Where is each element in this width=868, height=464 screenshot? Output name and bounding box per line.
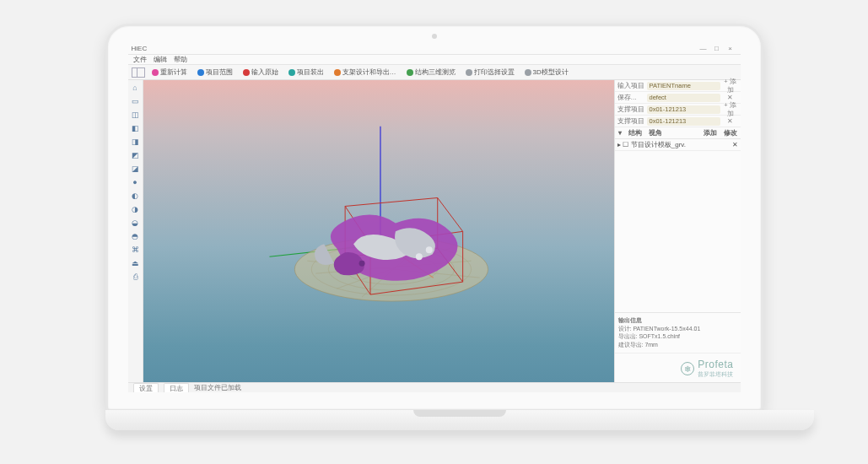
circle-icon	[407, 69, 413, 76]
add-button[interactable]: 添加	[704, 128, 717, 138]
tool-print-icon[interactable]: ⎙	[129, 271, 141, 283]
panel-row-input: 输入项目 PATIENTname + 添加	[615, 80, 741, 92]
circle-icon	[197, 69, 204, 76]
circle-icon	[288, 69, 295, 76]
titlebar: HiEC — □ ×	[128, 43, 741, 55]
tool-rect-icon[interactable]: ▭	[129, 95, 141, 107]
layout-icon[interactable]	[132, 67, 145, 78]
status-text: 项目文件已加载	[194, 383, 241, 392]
window-title: HiEC	[132, 45, 697, 52]
tool-home-icon[interactable]: ⌂	[129, 82, 141, 94]
delete-icon[interactable]: ✕	[723, 117, 738, 125]
laptop-camera	[432, 34, 437, 39]
status-tab-settings[interactable]: 设置	[133, 383, 159, 393]
tool-split-icon[interactable]: ◫	[129, 109, 141, 121]
toolbar-export[interactable]: 项目装出	[285, 67, 327, 78]
menu-edit[interactable]: 编辑	[154, 55, 167, 64]
info-panel: 输出信息 设计: PATIENTwork-15.5x44.01 导出出: SOF…	[615, 312, 741, 353]
tool-view2-icon[interactable]: ◨	[129, 136, 141, 148]
tool-view-icon[interactable]: ◧	[129, 122, 141, 134]
tool-half2-icon[interactable]: ◑	[129, 203, 141, 215]
app-window: HiEC — □ × 文件 编辑 帮助 重新计算 项目范围 输入原始 项目装出 …	[128, 43, 741, 392]
svg-point-7	[415, 253, 422, 260]
tool-view3-icon[interactable]: ◩	[129, 149, 141, 161]
toolbar-print[interactable]: 打印选择设置	[462, 67, 518, 78]
workarea: ⌂ ▭ ◫ ◧ ◨ ◩ ◪ ● ◐ ◑ ◒ ◓ ⌘ ⏏ ⎙	[128, 80, 741, 382]
menu-file[interactable]: 文件	[133, 55, 147, 64]
toolbar-design[interactable]: 3D模型设计	[521, 67, 572, 78]
status-tab-log[interactable]: 日志	[164, 383, 189, 393]
menubar: 文件 编辑 帮助	[128, 55, 741, 65]
tool-half4-icon[interactable]: ◓	[129, 230, 141, 242]
brand-logo: ❄ Profeta 普罗菲塔科技	[615, 353, 741, 382]
minimize-button[interactable]: —	[697, 45, 710, 52]
panel-row-save: 保存… defect ✕	[615, 92, 741, 104]
tool-half3-icon[interactable]: ◒	[129, 217, 141, 229]
maximize-button[interactable]: □	[710, 45, 724, 52]
scene-svg	[143, 80, 614, 382]
toolbar-scope[interactable]: 项目范围	[194, 67, 236, 78]
menu-help[interactable]: 帮助	[174, 55, 187, 64]
laptop-notch	[413, 410, 506, 417]
delete-icon[interactable]: ✕	[732, 141, 738, 148]
input-field[interactable]: 0x01-121213	[647, 117, 720, 126]
logo-icon: ❄	[681, 362, 694, 375]
modify-button[interactable]: 修改	[724, 128, 737, 138]
circle-icon	[466, 69, 472, 76]
toolbar-3dview[interactable]: 结构三维测览	[403, 67, 459, 78]
circle-icon	[334, 69, 341, 76]
circle-icon	[152, 69, 159, 76]
circle-icon	[525, 69, 531, 76]
side-toolbar: ⌂ ▭ ◫ ◧ ◨ ◩ ◪ ● ◐ ◑ ◒ ◓ ⌘ ⏏ ⎙	[128, 80, 143, 382]
svg-point-9	[359, 261, 364, 267]
toolbar: 重新计算 项目范围 输入原始 项目装出 支架设计和导出… 结构三维测览 打印选择…	[128, 65, 741, 80]
input-field[interactable]: defect	[647, 94, 720, 102]
input-field[interactable]: PATIENTname	[647, 82, 720, 90]
close-button[interactable]: ×	[724, 45, 737, 52]
panel-row-support2: 支撑项目 0x01-121213 ✕	[615, 116, 741, 127]
right-panel: 输入项目 PATIENTname + 添加 保存… defect ✕ 支撑项目 …	[614, 80, 741, 382]
toolbar-import[interactable]: 输入原始	[240, 67, 282, 78]
statusbar: 设置 日志 项目文件已加载	[128, 382, 741, 392]
laptop-frame: HiEC — □ × 文件 编辑 帮助 重新计算 项目范围 输入原始 项目装出 …	[105, 24, 763, 445]
laptop-bezel: HiEC — □ × 文件 编辑 帮助 重新计算 项目范围 输入原始 项目装出 …	[105, 24, 763, 412]
svg-point-8	[425, 246, 432, 253]
tool-circle-icon[interactable]: ●	[129, 176, 141, 188]
3d-viewport[interactable]	[143, 80, 614, 382]
laptop-base	[105, 410, 814, 430]
toolbar-recalculate[interactable]: 重新计算	[148, 67, 191, 78]
panel-subheader: ▾ 结构 视角 添加 修改	[615, 127, 741, 139]
tree-item[interactable]: ▸ ☐ 节目设计模板_grv. ✕	[615, 139, 741, 151]
tool-view4-icon[interactable]: ◪	[129, 163, 141, 175]
input-field[interactable]: 0x01-121213	[647, 105, 720, 114]
panel-row-support: 支撑项目 0x01-121213 + 添加	[615, 104, 741, 116]
toolbar-support[interactable]: 支架设计和导出…	[331, 67, 400, 78]
tool-cmd-icon[interactable]: ⌘	[129, 244, 141, 256]
tool-eject-icon[interactable]: ⏏	[129, 257, 141, 269]
circle-icon	[243, 69, 250, 76]
tool-half1-icon[interactable]: ◐	[129, 190, 141, 202]
